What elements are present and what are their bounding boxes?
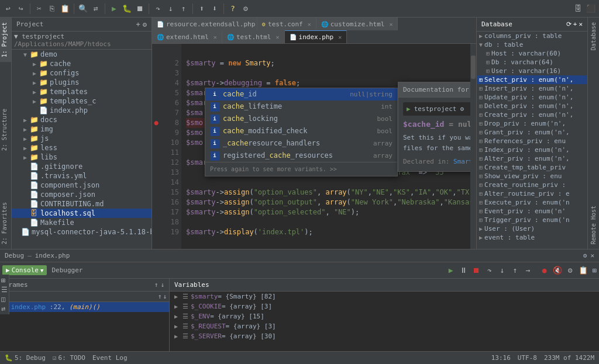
toolbar-icon-settings[interactable]: ⚙ [240, 3, 252, 15]
tab-close-icon[interactable]: ✕ [308, 21, 311, 27]
db-item[interactable]: ⊞ References_priv : enu [477, 137, 587, 145]
tree-item-templates-c[interactable]: ▶ 📁 templates_c [12, 96, 152, 106]
tree-item-less[interactable]: ▶ 📁 less [12, 143, 152, 152]
tree-item-img[interactable]: ▶ 📁 img [12, 124, 152, 134]
tree-item-plugins[interactable]: ▶ 📁 plugins [12, 78, 152, 87]
debug-side-icon-3[interactable]: ◫ [1, 295, 8, 303]
db-item[interactable]: ⊞ Insert_priv : enum('n', [477, 84, 587, 93]
db-item[interactable]: ⊞ Update_priv : enum('n', [477, 93, 587, 102]
status-memory[interactable]: 233M of 1422M [544, 354, 594, 362]
db-item[interactable]: ⊞ Show_view_priv : enu [477, 172, 587, 181]
tree-item-gitignore[interactable]: 📄 .gitignore [12, 162, 152, 171]
tree-item-templates[interactable]: ▶ 📁 templates [12, 87, 152, 96]
console-tab[interactable]: Console [12, 266, 39, 274]
debug-settings-icon[interactable]: ⚙ [583, 252, 587, 259]
tab-index-php[interactable]: 📄 index.php ✕ [285, 30, 347, 43]
db-item[interactable]: ⊞ Alter_routine_priv : e [477, 189, 587, 198]
db-item[interactable]: ⊞ Create_routine_priv : [477, 181, 587, 189]
status-event-log[interactable]: Event Log [92, 354, 128, 362]
tab-resource[interactable]: 📄 resource.extendsall.php ✕ [152, 18, 257, 30]
sidebar-tab-database[interactable]: Database [589, 18, 598, 55]
db-item[interactable]: ⊞ Alter_priv : enum('n', [477, 154, 587, 163]
var-item-smarty[interactable]: ▶ ☰ $smarty = {Smarty} [82] [170, 292, 599, 301]
db-item[interactable]: ⊞ Index_priv : enum('n', [477, 145, 587, 154]
tree-item-js[interactable]: ▶ 📁 js [12, 134, 152, 143]
toolbar-icon-vcs[interactable]: ⬆ [196, 3, 208, 15]
toolbar-icon-redo[interactable]: ↪ [15, 3, 27, 15]
debug-show-icon[interactable]: 📋 [577, 265, 589, 276]
debug-expand-icon[interactable]: ⊞ [593, 266, 597, 275]
db-item[interactable]: ⊞ Trigger_priv : enum('n [477, 216, 587, 224]
toolbar-icon-debug[interactable]: 🐛 [121, 3, 133, 15]
frame-icon-2[interactable]: ↑ [158, 293, 162, 300]
db-item[interactable]: ⊞ Create_priv : enum('n', [477, 110, 587, 119]
status-position[interactable]: 13:16 [491, 354, 511, 362]
db-item-selected[interactable]: ⊞ Select_priv : enum('n', [477, 75, 587, 84]
toolbar-icon-update[interactable]: ⬇ [209, 3, 221, 15]
debug-resume-icon[interactable]: ▶ [445, 265, 457, 276]
frame-item[interactable]: ▶ index.php :22, (main)() [0, 302, 169, 312]
debugger-tab[interactable]: Debugger [48, 265, 86, 275]
ac-more-variants[interactable]: Press again to see more variants. >> [205, 162, 397, 176]
scrollbar-thumb[interactable] [471, 56, 476, 79]
sidebar-icon-scroll[interactable]: ⚙ [143, 20, 147, 29]
debug-stop-icon[interactable]: ⏹ [471, 265, 483, 276]
db-icon-settings[interactable]: + [573, 20, 577, 28]
tab-close-icon[interactable]: ✕ [214, 34, 217, 40]
toolbar-icon-terminal[interactable]: ⬛ [585, 3, 597, 15]
db-subitem[interactable]: ⊞ Db : varchar(64) [477, 58, 587, 67]
sidebar-tab-favorites[interactable]: 2: Favorites [0, 197, 11, 249]
tree-item-contributing[interactable]: 📄 CONTRIBUTING.md [12, 199, 152, 209]
status-encoding[interactable]: UTF-8 [518, 354, 537, 362]
sidebar-icon-add[interactable]: + [136, 20, 140, 29]
toolbar-icon-cut[interactable]: ✂ [33, 3, 45, 15]
tree-item-makefile[interactable]: 📄 Makefile [12, 218, 152, 227]
tree-item-demo[interactable]: ▼ 📁 demo [12, 50, 152, 59]
doc-declared-link[interactable]: Smarty [453, 158, 470, 165]
tree-item-component-json[interactable]: 📄 component.json [12, 181, 152, 190]
sidebar-tab-project[interactable]: 1: Project [0, 18, 11, 62]
frame-icon-3[interactable]: ↓ [163, 293, 167, 300]
var-item-cookie[interactable]: ▶ ☰ $_COOKIE = {array} [3] [170, 301, 599, 311]
sidebar-tab-structure[interactable]: 2: Structure [0, 104, 11, 155]
tab-close-icon[interactable]: ✕ [338, 34, 342, 40]
tab-test-conf[interactable]: ⚙ test.conf ✕ [257, 18, 316, 30]
expand-icon[interactable]: ▶ [174, 323, 183, 330]
debug-breakpoint-icon[interactable]: ● [539, 265, 550, 276]
toolbar-icon-run[interactable]: ▶ [108, 3, 120, 15]
ac-item-cache-locking[interactable]: i cache_locking bool [205, 113, 397, 125]
frames-icon-up[interactable]: ↑ [154, 281, 159, 289]
db-subitem[interactable]: ⊞ Host : varchar(60) [477, 49, 587, 58]
db-item[interactable]: ⊞ Grant_priv : enum('n', [477, 128, 587, 137]
toolbar-icon-step-over[interactable]: ↷ [152, 3, 164, 15]
db-subitem[interactable]: ⊞ User : varchar(16) [477, 67, 587, 75]
toolbar-icon-replace[interactable]: ⇄ [90, 3, 102, 15]
frames-icon-down[interactable]: ↓ [160, 281, 164, 289]
db-icon-close[interactable]: ✕ [579, 20, 583, 28]
code-content[interactable]: $smarty = new Smarty; $smarty->debugging… [181, 44, 470, 249]
tree-item-configs[interactable]: ▶ 📁 configs [12, 68, 152, 78]
status-debug-tab[interactable]: 🐛 5: Debug [5, 354, 46, 362]
toolbar-icon-undo[interactable]: ↩ [2, 3, 14, 15]
db-item[interactable]: ⊞ Create_tmp_table_priv [477, 163, 587, 172]
ac-item-cache-modified[interactable]: i cache_modified_check bool [205, 125, 397, 137]
tree-item-travis[interactable]: 📄 .travis.yml [12, 171, 152, 181]
debug-side-icon-1[interactable]: ⊞ [1, 279, 8, 285]
toolbar-icon-stop[interactable]: ⏹ [134, 3, 146, 15]
debug-close-icon[interactable]: ✕ [590, 252, 594, 259]
debug-mute-icon[interactable]: 🔇 [552, 265, 563, 276]
var-item-env[interactable]: ▶ ☰ $_ENV = {array} [15] [170, 311, 599, 321]
tree-item-cache[interactable]: ▶ 📁 cache [12, 59, 152, 68]
db-item-event[interactable]: ▶ event : table [477, 233, 587, 242]
expand-icon[interactable]: ▶ [174, 293, 183, 300]
expand-icon[interactable]: ▶ [174, 313, 183, 320]
ac-item-cacheresource[interactable]: i _cacheresource_handlers array [205, 137, 397, 150]
db-icon-refresh[interactable]: ⟳ [566, 20, 572, 28]
toolbar-icon-paste[interactable]: 📋 [59, 3, 71, 15]
ac-item-cache-id[interactable]: i cache_id null|string [205, 88, 397, 100]
debug-step-out-icon[interactable]: ↑ [510, 265, 521, 276]
autocomplete-popup[interactable]: i cache_id null|string i cache_lifetime … [205, 88, 398, 176]
tree-item-docs[interactable]: ▶ 📁 docs [12, 115, 152, 124]
tab-close-icon[interactable]: ✕ [389, 21, 393, 27]
debug-step-over-icon[interactable]: ↷ [484, 265, 495, 276]
